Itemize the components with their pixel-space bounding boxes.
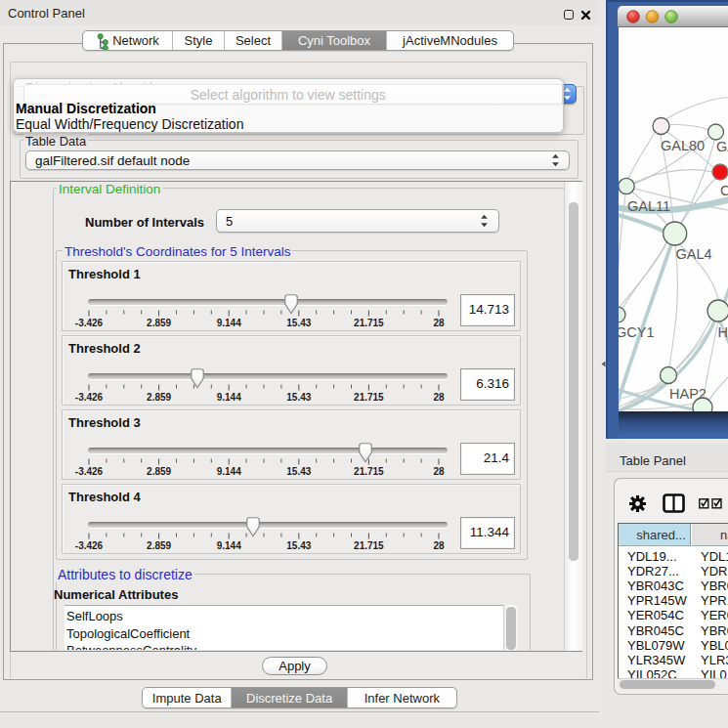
- svg-text:GCY1: GCY1: [619, 324, 655, 340]
- svg-text:GAL4: GAL4: [675, 246, 711, 262]
- svg-text:GA: GA: [716, 139, 728, 154]
- svg-text:C: C: [720, 183, 728, 198]
- svg-text:H: H: [717, 324, 727, 340]
- svg-text:HAP2: HAP2: [669, 386, 707, 402]
- svg-text:GAL11: GAL11: [627, 198, 670, 214]
- svg-text:GAL80: GAL80: [661, 138, 705, 153]
